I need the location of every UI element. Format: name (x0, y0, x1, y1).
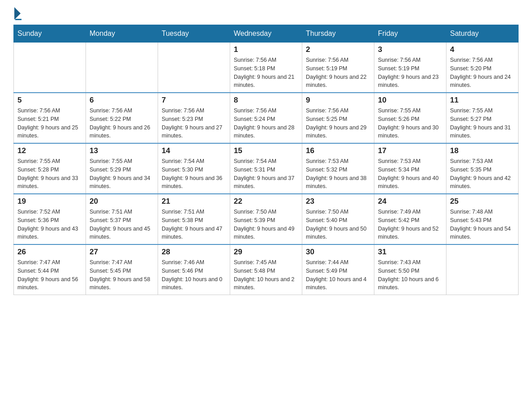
day-info: Sunrise: 7:54 AM Sunset: 5:30 PM Dayligh… (162, 157, 226, 191)
weekday-header-sunday: Sunday (14, 25, 86, 43)
calendar-cell: 5Sunrise: 7:56 AM Sunset: 5:21 PM Daylig… (14, 93, 86, 143)
calendar-cell: 4Sunrise: 7:56 AM Sunset: 5:20 PM Daylig… (446, 43, 519, 93)
day-info: Sunrise: 7:56 AM Sunset: 5:22 PM Dayligh… (90, 107, 154, 140)
calendar-cell: 1Sunrise: 7:56 AM Sunset: 5:18 PM Daylig… (230, 43, 302, 93)
calendar-cell: 21Sunrise: 7:51 AM Sunset: 5:38 PM Dayli… (158, 194, 230, 244)
day-info: Sunrise: 7:47 AM Sunset: 5:44 PM Dayligh… (17, 258, 82, 292)
calendar-cell: 12Sunrise: 7:55 AM Sunset: 5:28 PM Dayli… (14, 143, 86, 194)
calendar-cell: 25Sunrise: 7:48 AM Sunset: 5:43 PM Dayli… (446, 194, 519, 244)
day-info: Sunrise: 7:53 AM Sunset: 5:32 PM Dayligh… (306, 157, 370, 191)
day-info: Sunrise: 7:56 AM Sunset: 5:20 PM Dayligh… (450, 56, 515, 90)
day-number: 27 (90, 248, 154, 257)
day-info: Sunrise: 7:50 AM Sunset: 5:40 PM Dayligh… (306, 208, 370, 241)
day-info: Sunrise: 7:53 AM Sunset: 5:34 PM Dayligh… (378, 157, 442, 191)
day-number: 11 (450, 96, 515, 105)
weekday-header-friday: Friday (374, 25, 446, 43)
day-info: Sunrise: 7:43 AM Sunset: 5:50 PM Dayligh… (378, 258, 442, 292)
day-number: 29 (234, 248, 298, 257)
calendar-cell: 29Sunrise: 7:45 AM Sunset: 5:48 PM Dayli… (230, 244, 302, 295)
day-number: 20 (90, 197, 154, 206)
calendar-cell: 18Sunrise: 7:53 AM Sunset: 5:35 PM Dayli… (446, 143, 519, 194)
day-number: 12 (17, 146, 82, 155)
weekday-header-tuesday: Tuesday (158, 25, 230, 43)
calendar-week-row: 19Sunrise: 7:52 AM Sunset: 5:36 PM Dayli… (14, 194, 519, 244)
day-number: 3 (378, 45, 442, 54)
day-number: 2 (306, 45, 370, 54)
day-info: Sunrise: 7:46 AM Sunset: 5:46 PM Dayligh… (162, 258, 226, 292)
day-number: 30 (306, 248, 370, 257)
day-info: Sunrise: 7:56 AM Sunset: 5:19 PM Dayligh… (378, 56, 442, 90)
day-number: 18 (450, 146, 515, 155)
calendar-cell: 31Sunrise: 7:43 AM Sunset: 5:50 PM Dayli… (374, 244, 446, 295)
day-info: Sunrise: 7:54 AM Sunset: 5:31 PM Dayligh… (234, 157, 298, 191)
day-info: Sunrise: 7:56 AM Sunset: 5:18 PM Dayligh… (234, 56, 298, 90)
day-info: Sunrise: 7:56 AM Sunset: 5:21 PM Dayligh… (17, 107, 82, 140)
calendar-cell: 9Sunrise: 7:56 AM Sunset: 5:25 PM Daylig… (302, 93, 374, 143)
day-number: 15 (234, 146, 298, 155)
calendar-cell: 19Sunrise: 7:52 AM Sunset: 5:36 PM Dayli… (14, 194, 86, 244)
day-number: 14 (162, 146, 226, 155)
logo (13, 9, 25, 20)
weekday-header-monday: Monday (86, 25, 158, 43)
calendar-week-row: 1Sunrise: 7:56 AM Sunset: 5:18 PM Daylig… (14, 43, 519, 93)
day-number: 28 (162, 248, 226, 257)
day-number: 6 (90, 96, 154, 105)
day-number: 10 (378, 96, 442, 105)
day-info: Sunrise: 7:48 AM Sunset: 5:43 PM Dayligh… (450, 208, 515, 241)
weekday-header-thursday: Thursday (302, 25, 374, 43)
day-number: 17 (378, 146, 442, 155)
day-number: 9 (306, 96, 370, 105)
calendar-week-row: 26Sunrise: 7:47 AM Sunset: 5:44 PM Dayli… (14, 244, 519, 295)
calendar-header-row: SundayMondayTuesdayWednesdayThursdayFrid… (14, 25, 519, 43)
day-info: Sunrise: 7:50 AM Sunset: 5:39 PM Dayligh… (234, 208, 298, 241)
day-info: Sunrise: 7:45 AM Sunset: 5:48 PM Dayligh… (234, 258, 298, 292)
calendar-cell: 7Sunrise: 7:56 AM Sunset: 5:23 PM Daylig… (158, 93, 230, 143)
day-number: 4 (450, 45, 515, 54)
day-number: 21 (162, 197, 226, 206)
day-number: 24 (378, 197, 442, 206)
calendar-cell: 23Sunrise: 7:50 AM Sunset: 5:40 PM Dayli… (302, 194, 374, 244)
calendar-cell: 27Sunrise: 7:47 AM Sunset: 5:45 PM Dayli… (86, 244, 158, 295)
calendar-table: SundayMondayTuesdayWednesdayThursdayFrid… (13, 25, 519, 295)
day-number: 19 (17, 197, 82, 206)
calendar-cell: 26Sunrise: 7:47 AM Sunset: 5:44 PM Dayli… (14, 244, 86, 295)
day-info: Sunrise: 7:56 AM Sunset: 5:25 PM Dayligh… (306, 107, 370, 140)
day-info: Sunrise: 7:56 AM Sunset: 5:19 PM Dayligh… (306, 56, 370, 90)
day-info: Sunrise: 7:55 AM Sunset: 5:27 PM Dayligh… (450, 107, 515, 140)
day-info: Sunrise: 7:49 AM Sunset: 5:42 PM Dayligh… (378, 208, 442, 241)
day-number: 8 (234, 96, 298, 105)
day-info: Sunrise: 7:55 AM Sunset: 5:28 PM Dayligh… (17, 157, 82, 191)
day-number: 26 (17, 248, 82, 257)
calendar-cell: 11Sunrise: 7:55 AM Sunset: 5:27 PM Dayli… (446, 93, 519, 143)
calendar-cell: 2Sunrise: 7:56 AM Sunset: 5:19 PM Daylig… (302, 43, 374, 93)
day-number: 16 (306, 146, 370, 155)
calendar-cell: 8Sunrise: 7:56 AM Sunset: 5:24 PM Daylig… (230, 93, 302, 143)
calendar-cell (158, 43, 230, 93)
day-info: Sunrise: 7:51 AM Sunset: 5:37 PM Dayligh… (90, 208, 154, 241)
day-info: Sunrise: 7:56 AM Sunset: 5:23 PM Dayligh… (162, 107, 226, 140)
weekday-header-wednesday: Wednesday (230, 25, 302, 43)
calendar-cell: 13Sunrise: 7:55 AM Sunset: 5:29 PM Dayli… (86, 143, 158, 194)
calendar-week-row: 12Sunrise: 7:55 AM Sunset: 5:28 PM Dayli… (14, 143, 519, 194)
calendar-cell (14, 43, 86, 93)
day-info: Sunrise: 7:47 AM Sunset: 5:45 PM Dayligh… (90, 258, 154, 292)
day-info: Sunrise: 7:53 AM Sunset: 5:35 PM Dayligh… (450, 157, 515, 191)
day-info: Sunrise: 7:51 AM Sunset: 5:38 PM Dayligh… (162, 208, 226, 241)
day-info: Sunrise: 7:55 AM Sunset: 5:26 PM Dayligh… (378, 107, 442, 140)
day-info: Sunrise: 7:44 AM Sunset: 5:49 PM Dayligh… (306, 258, 370, 292)
calendar-cell: 24Sunrise: 7:49 AM Sunset: 5:42 PM Dayli… (374, 194, 446, 244)
day-number: 25 (450, 197, 515, 206)
calendar-cell: 28Sunrise: 7:46 AM Sunset: 5:46 PM Dayli… (158, 244, 230, 295)
day-number: 31 (378, 248, 442, 257)
calendar-cell (446, 244, 519, 295)
calendar-cell: 10Sunrise: 7:55 AM Sunset: 5:26 PM Dayli… (374, 93, 446, 143)
calendar-cell: 20Sunrise: 7:51 AM Sunset: 5:37 PM Dayli… (86, 194, 158, 244)
calendar-cell: 22Sunrise: 7:50 AM Sunset: 5:39 PM Dayli… (230, 194, 302, 244)
day-info: Sunrise: 7:55 AM Sunset: 5:29 PM Dayligh… (90, 157, 154, 191)
page-header (13, 9, 519, 20)
calendar-cell: 14Sunrise: 7:54 AM Sunset: 5:30 PM Dayli… (158, 143, 230, 194)
calendar-cell: 30Sunrise: 7:44 AM Sunset: 5:49 PM Dayli… (302, 244, 374, 295)
calendar-cell: 15Sunrise: 7:54 AM Sunset: 5:31 PM Dayli… (230, 143, 302, 194)
day-number: 1 (234, 45, 298, 54)
calendar-cell: 3Sunrise: 7:56 AM Sunset: 5:19 PM Daylig… (374, 43, 446, 93)
